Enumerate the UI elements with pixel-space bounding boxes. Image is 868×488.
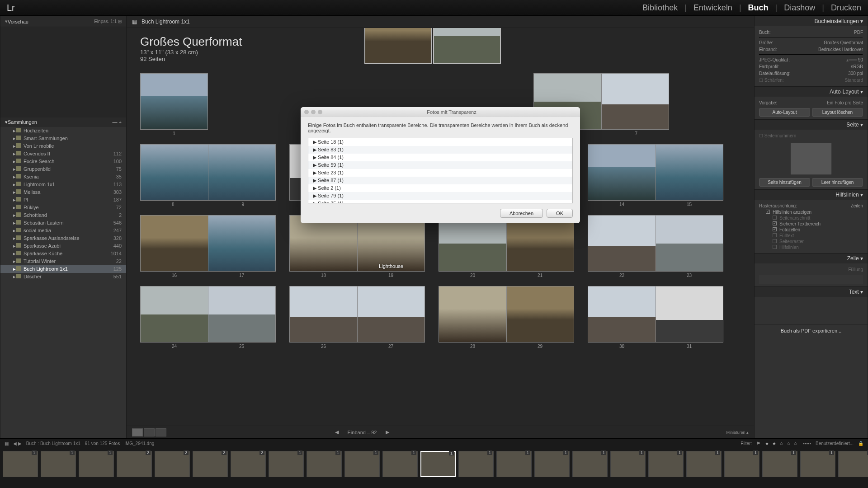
fill-slider[interactable] bbox=[759, 275, 863, 284]
filmstrip-thumb[interactable]: 2 bbox=[231, 451, 266, 477]
page-header[interactable]: Seite ▾ bbox=[755, 120, 868, 130]
filmstrip-thumb[interactable]: 1 bbox=[534, 451, 570, 477]
guide-check[interactable]: Hilfslinien bbox=[759, 244, 863, 250]
dialog-list-item[interactable]: ▶ Seite 23 (1) bbox=[308, 169, 572, 177]
collection-item[interactable]: ▸ Melissa303 bbox=[0, 188, 126, 196]
add-empty-button[interactable]: Leer hinzufügen bbox=[812, 178, 863, 187]
module-buch[interactable]: Buch bbox=[748, 3, 769, 13]
guide-check[interactable]: Fotozellen bbox=[759, 227, 863, 233]
book-breadcrumb[interactable]: Buch Lightroom 1x1 bbox=[142, 19, 190, 25]
dialog-list-item[interactable]: ▶ Seite 18 (1) bbox=[308, 138, 572, 146]
grid-view-icon[interactable]: ▦ bbox=[5, 441, 9, 446]
show-guides-check[interactable] bbox=[766, 210, 770, 214]
filmstrip-thumb[interactable]: 1 bbox=[800, 451, 835, 477]
zoom-icon[interactable] bbox=[318, 110, 322, 114]
collection-item[interactable]: ▸ Sebastian Lastern546 bbox=[0, 219, 126, 227]
filmstrip-thumb[interactable]: 1 bbox=[838, 451, 868, 477]
collection-item[interactable]: ▸ Lightroom 1x1113 bbox=[0, 181, 126, 188]
filmstrip-thumb[interactable]: 1 bbox=[420, 451, 456, 477]
cell-header[interactable]: Zelle ▾ bbox=[755, 253, 868, 263]
custom-filter-dropdown[interactable]: Benutzerdefiniert... bbox=[816, 441, 854, 446]
prev-page-icon[interactable]: ◀ bbox=[335, 429, 339, 435]
collections-add-icon[interactable]: — + bbox=[113, 119, 122, 125]
filmstrip-thumb[interactable]: 1 bbox=[41, 451, 76, 477]
page-template-thumb[interactable] bbox=[791, 143, 831, 174]
collection-item[interactable]: ▸ Sparkasse Azubi440 bbox=[0, 242, 126, 250]
filmstrip-thumb[interactable]: 1 bbox=[762, 451, 797, 477]
collection-item[interactable]: ▸ Smart-Sammlungen bbox=[0, 135, 126, 142]
filmstrip-thumb[interactable]: 1 bbox=[382, 451, 418, 477]
filmstrip-thumb[interactable]: 1 bbox=[269, 451, 304, 477]
ok-button[interactable]: OK bbox=[547, 209, 573, 218]
export-pdf-button[interactable]: Buch als PDF exportieren... bbox=[758, 328, 864, 333]
dialog-list-item[interactable]: ▶ Seite 35 (1) bbox=[308, 200, 572, 203]
value-size[interactable]: Großes Querformat bbox=[824, 40, 863, 45]
module-diashow[interactable]: Diashow bbox=[784, 3, 815, 13]
dialog-list-item[interactable]: ▶ Seite 2 (1) bbox=[308, 184, 572, 192]
filmstrip-thumb[interactable]: 1 bbox=[724, 451, 760, 477]
cancel-button[interactable]: Abbrechen bbox=[500, 209, 543, 218]
collection-item[interactable]: ▸ Covendos II112 bbox=[0, 150, 126, 158]
collections-list[interactable]: ▸ Hochzeiten▸ Smart-Sammlungen▸ Von Lr m… bbox=[0, 127, 126, 438]
guide-check[interactable]: Seitenanschnitt bbox=[759, 215, 863, 221]
collection-item[interactable]: ▸ Sparkasse Küche1014 bbox=[0, 250, 126, 258]
filmstrip-thumb[interactable]: 1 bbox=[79, 451, 114, 477]
module-drucken[interactable]: Drucken bbox=[831, 3, 861, 13]
add-page-button[interactable]: Seite hinzufügen bbox=[759, 178, 810, 187]
filmstrip-thumb[interactable]: 1 bbox=[496, 451, 532, 477]
filmstrip-thumb[interactable]: 1 bbox=[3, 451, 38, 477]
value-jpeg[interactable]: 90 bbox=[858, 57, 863, 62]
color-labels[interactable]: ▪▪▪▪▪ bbox=[803, 441, 811, 446]
view-mode-buttons[interactable] bbox=[132, 428, 166, 436]
value-preset[interactable]: Ein Foto pro Seite bbox=[827, 100, 863, 105]
filmstrip-thumb[interactable]: 1 bbox=[307, 451, 342, 477]
view-multi-button[interactable] bbox=[132, 428, 143, 436]
filmstrip-thumb[interactable]: 1 bbox=[458, 451, 494, 477]
lock-icon[interactable]: 🔒 bbox=[858, 441, 863, 446]
collection-item[interactable]: ▸ Buch Lightroom 1x1125 bbox=[0, 265, 126, 273]
text-header[interactable]: Text ▾ bbox=[755, 287, 868, 297]
view-single-button[interactable] bbox=[156, 428, 166, 436]
collection-item[interactable]: ▸ Ksenia35 bbox=[0, 173, 126, 181]
window-controls[interactable] bbox=[304, 110, 322, 114]
next-page-icon[interactable]: ▶ bbox=[386, 429, 389, 435]
collection-item[interactable]: ▸ Excire Search100 bbox=[0, 158, 126, 165]
dialog-list-item[interactable]: ▶ Seite 79 (1) bbox=[308, 192, 572, 200]
filmstrip-thumb[interactable]: 1 bbox=[572, 451, 608, 477]
filmstrip-thumb[interactable]: 1 bbox=[686, 451, 722, 477]
value-book[interactable]: PDF bbox=[854, 30, 863, 35]
collections-header[interactable]: ▾ Sammlungen — + bbox=[0, 117, 126, 127]
dialog-list-item[interactable]: ▶ Seite 87 (1) bbox=[308, 177, 572, 184]
collection-item[interactable]: ▸ Sparkasse Auslandsreise328 bbox=[0, 235, 126, 242]
collection-item[interactable]: ▸ social media247 bbox=[0, 227, 126, 235]
value-cover[interactable]: Bedrucktes Hardcover bbox=[818, 47, 863, 52]
filmstrip-scrollbar[interactable] bbox=[0, 485, 868, 488]
view-spread-button[interactable] bbox=[144, 428, 155, 436]
minimize-icon[interactable] bbox=[311, 110, 316, 114]
guide-check[interactable]: Fülltext bbox=[759, 233, 863, 239]
rating-filter[interactable]: ★ ★ ☆ ☆ ☆ bbox=[765, 441, 798, 446]
collection-item[interactable]: ▸ Rükiye72 bbox=[0, 204, 126, 211]
dialog-list-item[interactable]: ▶ Seite 59 (1) bbox=[308, 161, 572, 169]
dialog-list-item[interactable]: ▶ Seite 83 (1) bbox=[308, 146, 572, 154]
guide-check[interactable]: Sicherer Textbereich bbox=[759, 221, 863, 227]
flag-icon[interactable]: ⚑ bbox=[756, 441, 760, 446]
collection-item[interactable]: ▸ Hochzeiten bbox=[0, 127, 126, 135]
ratio-label[interactable]: 1:1 bbox=[110, 19, 117, 24]
filmstrip-thumb[interactable]: 1 bbox=[344, 451, 380, 477]
collection-item[interactable]: ▸ Dilscher551 bbox=[0, 273, 126, 281]
filmstrip-thumb[interactable]: 2 bbox=[117, 451, 152, 477]
book-canvas[interactable]: Großes Querformat 13" x 11" (33 x 28 cm)… bbox=[127, 28, 754, 426]
label-sharpen[interactable]: Schärfen: bbox=[764, 78, 784, 83]
thumbnail-size-label[interactable]: Miniaturen ▴ bbox=[726, 430, 749, 435]
auto-layout-button[interactable]: Auto-Layout bbox=[759, 108, 810, 117]
book-settings-header[interactable]: Bucheinstellungen ▾ bbox=[755, 16, 868, 26]
collection-item[interactable]: ▸ PI187 bbox=[0, 196, 126, 204]
collection-item[interactable]: ▸ Schottland2 bbox=[0, 211, 126, 219]
page-numbers-check[interactable]: Seitennummern bbox=[764, 133, 797, 138]
value-grid[interactable]: Zeilen bbox=[851, 203, 863, 208]
value-profile[interactable]: sRGB bbox=[851, 64, 863, 69]
clear-layout-button[interactable]: Layout löschen bbox=[812, 108, 863, 117]
collection-item[interactable]: ▸ Tutorial Winter22 bbox=[0, 258, 126, 265]
preview-header[interactable]: ▾ Vorschau Einpas. 1:1 ⊞ bbox=[0, 16, 126, 27]
